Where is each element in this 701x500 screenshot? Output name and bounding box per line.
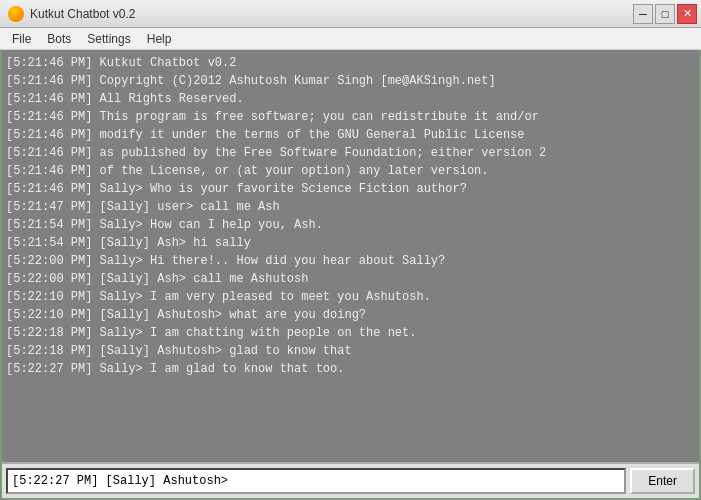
main-window: [5:21:46 PM] Kutkut Chatbot v0.2[5:21:46… <box>0 50 701 500</box>
title-bar: Kutkut Chatbot v0.2 ─ □ ✕ <box>0 0 701 28</box>
maximize-button[interactable]: □ <box>655 4 675 24</box>
app-icon <box>8 6 24 22</box>
chat-line: [5:21:46 PM] modify it under the terms o… <box>6 126 695 144</box>
chat-line: [5:22:10 PM] Sally> I am very pleased to… <box>6 288 695 306</box>
menu-help[interactable]: Help <box>139 30 180 48</box>
menu-bar: File Bots Settings Help <box>0 28 701 50</box>
chat-line: [5:22:00 PM] [Sally] Ash> call me Ashuto… <box>6 270 695 288</box>
close-button[interactable]: ✕ <box>677 4 697 24</box>
chat-line: [5:21:46 PM] of the License, or (at your… <box>6 162 695 180</box>
chat-line: [5:21:46 PM] This program is free softwa… <box>6 108 695 126</box>
chat-area[interactable]: [5:21:46 PM] Kutkut Chatbot v0.2[5:21:46… <box>2 50 699 462</box>
menu-bots[interactable]: Bots <box>39 30 79 48</box>
chat-line: [5:21:46 PM] All Rights Reserved. <box>6 90 695 108</box>
menu-settings[interactable]: Settings <box>79 30 138 48</box>
title-bar-left: Kutkut Chatbot v0.2 <box>8 6 135 22</box>
chat-line: [5:21:54 PM] [Sally] Ash> hi sally <box>6 234 695 252</box>
chat-line: [5:22:10 PM] [Sally] Ashutosh> what are … <box>6 306 695 324</box>
enter-button[interactable]: Enter <box>630 468 695 494</box>
minimize-button[interactable]: ─ <box>633 4 653 24</box>
chat-line: [5:22:18 PM] Sally> I am chatting with p… <box>6 324 695 342</box>
chat-line: [5:22:27 PM] Sally> I am glad to know th… <box>6 360 695 378</box>
chat-line: [5:21:54 PM] Sally> How can I help you, … <box>6 216 695 234</box>
menu-file[interactable]: File <box>4 30 39 48</box>
input-bar: Enter <box>2 462 699 498</box>
title-bar-controls: ─ □ ✕ <box>633 4 697 24</box>
chat-line: [5:21:46 PM] Kutkut Chatbot v0.2 <box>6 54 695 72</box>
chat-line: [5:22:18 PM] [Sally] Ashutosh> glad to k… <box>6 342 695 360</box>
window-title: Kutkut Chatbot v0.2 <box>30 7 135 21</box>
chat-line: [5:21:47 PM] [Sally] user> call me Ash <box>6 198 695 216</box>
chat-line: [5:21:46 PM] as published by the Free So… <box>6 144 695 162</box>
chat-line: [5:22:00 PM] Sally> Hi there!.. How did … <box>6 252 695 270</box>
chat-line: [5:21:46 PM] Sally> Who is your favorite… <box>6 180 695 198</box>
chat-line: [5:21:46 PM] Copyright (C)2012 Ashutosh … <box>6 72 695 90</box>
chat-input[interactable] <box>6 468 626 494</box>
